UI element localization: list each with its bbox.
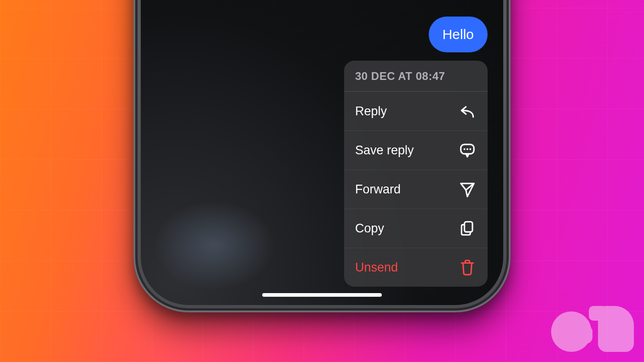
- svg-rect-4: [465, 222, 472, 232]
- svg-point-1: [464, 148, 466, 150]
- home-indicator[interactable]: [262, 293, 382, 297]
- hero-image: Hello 30 DEC AT 08:47 Reply Save: [0, 0, 644, 362]
- reply-arrow-icon: [458, 102, 477, 120]
- phone-screen: Hello 30 DEC AT 08:47 Reply Save: [141, 0, 503, 305]
- screen-glow: [141, 181, 302, 305]
- brand-logo-g: [551, 311, 592, 352]
- svg-point-3: [469, 148, 471, 150]
- menu-item-label: Copy: [355, 221, 384, 236]
- speech-bubble-ellipsis-icon: [458, 141, 477, 159]
- paper-plane-icon: [458, 180, 477, 198]
- copy-documents-icon: [458, 219, 477, 238]
- sent-message-bubble[interactable]: Hello: [429, 17, 488, 52]
- svg-point-2: [466, 148, 468, 150]
- brand-logo: [551, 306, 634, 352]
- trash-icon: [458, 258, 477, 277]
- menu-item-reply[interactable]: Reply: [344, 91, 488, 130]
- menu-item-forward[interactable]: Forward: [344, 170, 488, 209]
- menu-item-copy[interactable]: Copy: [344, 209, 488, 248]
- menu-item-save-reply[interactable]: Save reply: [344, 130, 488, 170]
- menu-item-unsend[interactable]: Unsend: [344, 248, 488, 287]
- menu-item-label: Save reply: [355, 143, 414, 158]
- brand-logo-t: [598, 306, 634, 352]
- phone-frame: Hello 30 DEC AT 08:47 Reply Save: [133, 0, 511, 312]
- message-context-menu: 30 DEC AT 08:47 Reply Save reply: [344, 61, 488, 287]
- menu-item-label: Reply: [355, 104, 387, 119]
- context-menu-timestamp: 30 DEC AT 08:47: [344, 61, 488, 91]
- menu-item-label: Forward: [355, 182, 401, 197]
- menu-item-label: Unsend: [355, 260, 398, 275]
